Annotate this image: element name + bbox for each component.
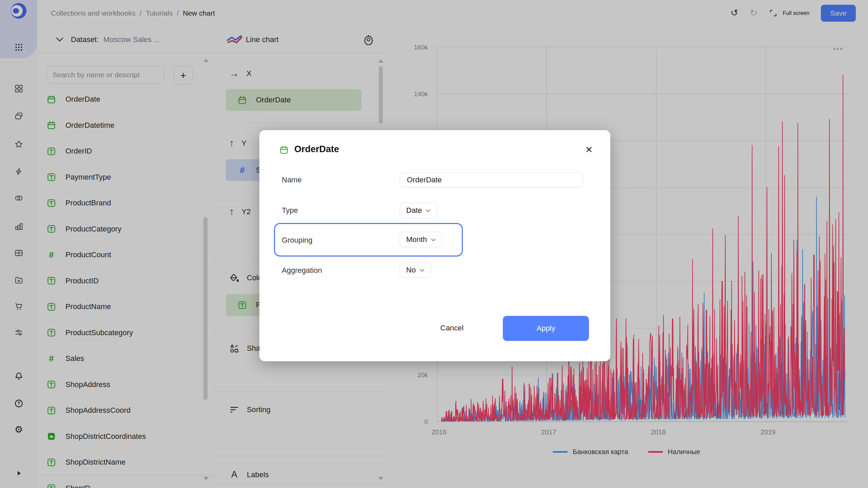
name-label: Name — [282, 176, 302, 184]
type-label: Type — [282, 206, 298, 215]
datalens-chart-editor: ? ⚙ Collections and workbooks / Tutorial… — [0, 0, 868, 488]
grouping-label: Grouping — [282, 236, 313, 245]
dialog-title: OrderDate — [294, 144, 339, 155]
grouping-select-value: Month — [406, 235, 427, 244]
chevron-down-icon — [431, 238, 436, 241]
calendar-icon — [279, 145, 289, 155]
field-settings-dialog: OrderDate ✕ Name Type Date Grouping Mont… — [259, 130, 610, 361]
cancel-button[interactable]: Cancel — [432, 319, 472, 338]
close-icon[interactable]: ✕ — [582, 143, 596, 157]
chevron-down-icon — [426, 209, 431, 212]
chevron-down-icon — [420, 269, 425, 272]
type-select-value: Date — [406, 206, 422, 215]
grouping-select[interactable]: Month — [400, 232, 442, 247]
aggregation-label: Aggregation — [282, 266, 322, 275]
aggregation-select[interactable]: No — [400, 262, 431, 278]
name-input[interactable] — [400, 172, 583, 188]
apply-button[interactable]: Apply — [503, 316, 589, 341]
aggregation-select-value: No — [406, 266, 416, 274]
type-select[interactable]: Date — [400, 203, 437, 218]
